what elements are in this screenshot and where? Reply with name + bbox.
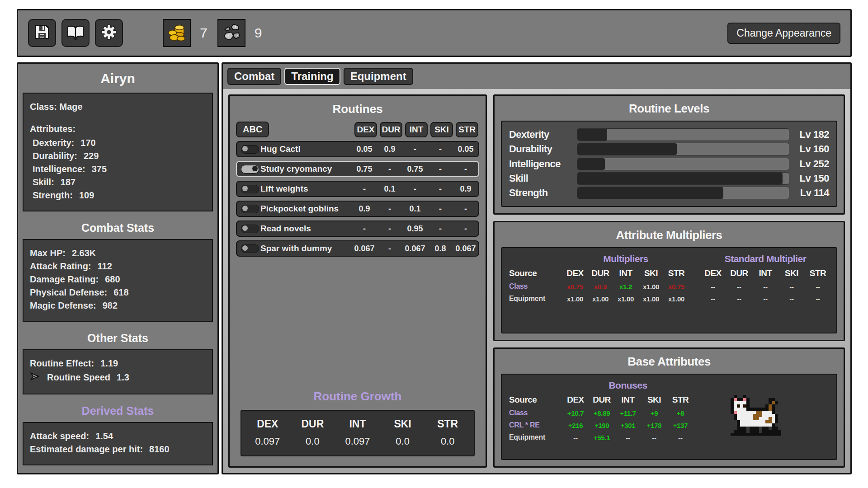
source-label: Equipment <box>509 295 562 303</box>
stat-row: Attack Rating:112 <box>30 261 206 272</box>
multiplier-value: x1.00 <box>613 295 638 303</box>
sort-str-button[interactable]: STR <box>456 122 478 137</box>
routine-row[interactable]: Study cryomancy0.75-0.75-- <box>236 161 479 177</box>
routine-row[interactable]: Lift weights-0.1--0.9 <box>236 181 479 197</box>
routine-value: 0.1 <box>377 184 402 194</box>
standard-multiplier-value: -- <box>700 295 726 303</box>
gold-resource-box <box>163 19 191 47</box>
routine-value: 0.067 <box>453 244 478 253</box>
stat-value: 1.54 <box>95 431 113 441</box>
change-appearance-button[interactable]: Change Appearance <box>727 23 840 44</box>
tab-equipment[interactable]: Equipment <box>344 68 413 85</box>
toggle-knob <box>242 186 248 191</box>
routine-level-row: StrengthLv 114 <box>509 186 829 200</box>
sort-dex-button[interactable]: DEX <box>354 122 377 137</box>
standard-multiplier-value: -- <box>778 295 805 303</box>
routine-value: 0.9 <box>377 145 402 154</box>
routine-levels-title: Routine Levels <box>495 102 844 116</box>
routine-level-progressbar <box>577 128 789 141</box>
save-button[interactable] <box>28 19 56 47</box>
bonus-value: -- <box>641 434 667 441</box>
stat-row: Routine Speed1.3 <box>30 371 206 384</box>
save-icon <box>33 23 51 42</box>
routine-level-row: DurabilityLv 160 <box>509 142 829 156</box>
attributes-list: Dexterity:170Durability:229Intelligence:… <box>30 138 206 201</box>
routine-toggle[interactable] <box>241 205 259 213</box>
bonus-value: +301 <box>615 422 641 429</box>
stat-value: 109 <box>79 190 94 201</box>
routine-value: - <box>352 184 377 194</box>
stat-row: Dexterity:170 <box>30 138 206 148</box>
routine-level-progressbar <box>577 172 789 185</box>
character-name: Airyn <box>18 71 217 86</box>
std-column-header-ski: SKI <box>778 268 805 278</box>
bonus-value: -- <box>667 434 693 441</box>
routines-header: ABC DEXDURINTSKISTR <box>236 122 479 137</box>
routine-row[interactable]: Hug Cacti0.050.9--0.05 <box>236 141 479 157</box>
stat-label: Routine Speed <box>47 372 110 383</box>
toggle-knob <box>242 206 248 211</box>
tab-combat[interactable]: Combat <box>227 68 281 85</box>
combat-stats-heading: Combat Stats <box>18 221 217 235</box>
codex-button[interactable] <box>61 19 90 47</box>
routine-level-row: DexterityLv 182 <box>509 128 829 141</box>
routine-level-label: Strength <box>509 187 577 199</box>
column-header-str: STR <box>664 268 689 278</box>
routine-level-progress-fill <box>577 187 723 199</box>
base-attributes-panel: Base Attributes BonusesSourceDEXDURINTSK… <box>493 347 845 468</box>
routine-name: Study cryomancy <box>260 164 352 174</box>
routine-value: - <box>402 145 428 154</box>
routine-value: - <box>402 184 428 194</box>
routine-level-progressbar <box>577 187 789 199</box>
bonus-value: +8 <box>667 409 693 417</box>
standard-multiplier-value: -- <box>752 295 778 303</box>
sort-abc-button[interactable]: ABC <box>236 122 269 137</box>
routine-toggle[interactable] <box>241 185 259 193</box>
character-pet-sprite <box>727 394 784 437</box>
stat-value: 680 <box>105 274 120 285</box>
column-header-dex: DEX <box>562 268 588 278</box>
routine-toggle[interactable] <box>241 244 259 253</box>
main-panel: CombatTrainingEquipment Routines ABC DEX… <box>222 62 852 474</box>
toggle-knob <box>242 225 248 231</box>
ore-resource-box <box>217 19 245 47</box>
sort-int-button[interactable]: INT <box>405 122 428 137</box>
stat-row: Attack speed:1.54 <box>30 431 206 441</box>
stat-row: Skill:187 <box>30 177 206 188</box>
stat-row: Durability:229 <box>30 151 206 161</box>
bonus-value: +8.89 <box>589 409 615 417</box>
routine-row[interactable]: Pickpocket goblins0.9-0.1-- <box>236 201 479 217</box>
stat-label: Magic Defense: <box>30 300 96 311</box>
stat-value: 187 <box>61 177 75 188</box>
routine-level-value: Lv 150 <box>789 173 829 184</box>
routine-levels-panel: Routine Levels DexterityLv 182Durability… <box>493 94 845 215</box>
routine-toggle[interactable] <box>241 165 259 174</box>
sort-ski-button[interactable]: SKI <box>430 122 453 137</box>
routine-level-value: Lv 252 <box>789 158 829 170</box>
growth-value: 0.097 <box>335 436 380 447</box>
stat-label: Attack Rating: <box>30 261 91 272</box>
derived-stats-box: Attack speed:1.54Estimated damage per hi… <box>23 422 213 465</box>
routine-row[interactable]: Spar with dummy0.067-0.0670.80.067 <box>236 240 479 257</box>
tab-training[interactable]: Training <box>284 68 340 85</box>
stat-row: Physical Defense:618 <box>30 287 206 298</box>
standard-multiplier-value: -- <box>805 295 831 303</box>
routine-row[interactable]: Read novels--0.95-- <box>236 221 479 237</box>
routine-speed-icon <box>30 371 41 384</box>
stat-value: 1.19 <box>100 358 118 369</box>
base-attributes-title: Base Attributes <box>495 355 844 369</box>
routine-toggle[interactable] <box>241 145 259 154</box>
stat-value: 112 <box>98 261 112 272</box>
routine-value: 0.067 <box>352 244 377 253</box>
stat-row: Damage Rating:680 <box>30 274 206 285</box>
std-column-header-int: INT <box>752 268 778 278</box>
attributes-heading: Attributes: <box>30 124 206 134</box>
stat-label: Max HP: <box>30 248 66 258</box>
column-header-int: INT <box>613 268 638 278</box>
routine-toggle[interactable] <box>241 225 259 233</box>
routine-level-label: Dexterity <box>509 129 577 141</box>
attribute-multipliers-panel: Attribute Multipliers MultipliersStandar… <box>493 221 845 341</box>
settings-button[interactable] <box>95 19 123 47</box>
sort-dur-button[interactable]: DUR <box>380 122 402 137</box>
stat-value: 170 <box>80 138 95 148</box>
